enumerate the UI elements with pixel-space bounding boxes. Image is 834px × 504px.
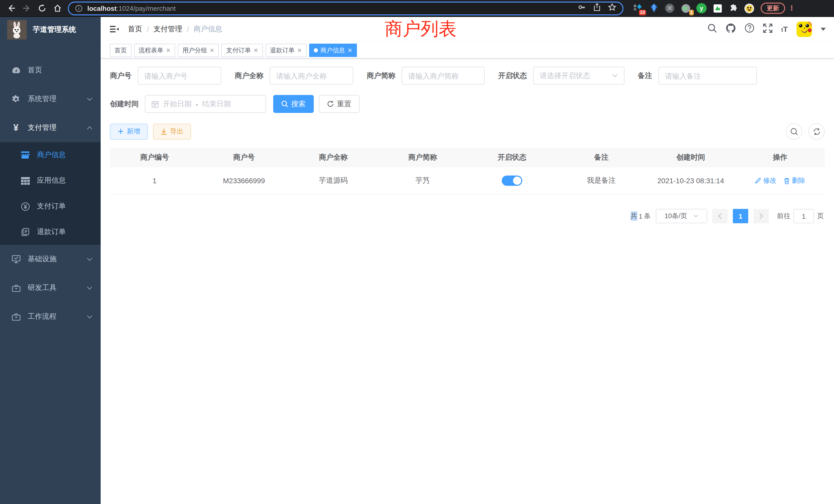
col-header: 商户简称: [378, 153, 467, 162]
browser-back-icon[interactable]: [5, 2, 18, 14]
breadcrumb-separator: /: [147, 25, 149, 33]
browser-forward-icon[interactable]: [21, 2, 33, 14]
table-header-row: 商户编号 商户号 商户全称 商户简称 开启状态 备注 创建时间 操作: [110, 148, 825, 167]
merchant-no-input[interactable]: [138, 67, 221, 85]
tab-user-group[interactable]: 用户分组✕: [178, 44, 219, 57]
browser-toolbar: localhost:1024/pay/merchant 10: [0, 0, 834, 17]
close-icon[interactable]: ✕: [348, 47, 352, 53]
extension-circle-icon[interactable]: 1: [680, 3, 691, 13]
extension-command-icon[interactable]: ⌘: [664, 3, 675, 13]
sidebar-item-pay-order[interactable]: 支付订单: [0, 193, 101, 219]
breadcrumb-home[interactable]: 首页: [128, 24, 142, 33]
extension-y-icon[interactable]: y: [696, 3, 707, 13]
search-icon[interactable]: [708, 23, 717, 35]
sidebar-item-pay[interactable]: ¥ 支付管理: [0, 113, 101, 142]
sidebar-item-infra[interactable]: 基础设施: [0, 245, 101, 274]
status-select[interactable]: 请选择开启状态: [533, 67, 624, 85]
close-icon[interactable]: ✕: [254, 47, 258, 53]
sidebar-item-label: 支付订单: [37, 202, 66, 211]
sidebar-item-label: 商户信息: [37, 151, 66, 160]
col-header: 商户编号: [110, 153, 199, 162]
sidebar-item-system[interactable]: 系统管理: [0, 85, 101, 113]
github-icon[interactable]: [726, 23, 736, 35]
tab-refund-order[interactable]: 退款订单✕: [265, 44, 306, 57]
close-icon[interactable]: ✕: [210, 47, 214, 53]
browser-update-button[interactable]: 更新: [761, 3, 785, 14]
extensions-puzzle-icon[interactable]: [728, 3, 739, 13]
passwords-key-icon[interactable]: [578, 3, 586, 13]
export-button[interactable]: 导出: [153, 123, 191, 139]
bookmark-star-icon[interactable]: [608, 3, 616, 13]
page-size-select[interactable]: 10条/页: [656, 209, 707, 223]
full-name-input[interactable]: [270, 67, 353, 85]
font-size-icon[interactable]: tT: [781, 25, 788, 33]
delete-link[interactable]: 删除: [784, 176, 805, 185]
sidebar-item-refund-order[interactable]: 退款订单: [0, 219, 101, 245]
breadcrumb: 首页 / 支付管理 / 商户信息: [128, 24, 222, 33]
sidebar-fold-icon[interactable]: [110, 25, 118, 32]
pagination: 共1条 10条/页 1: [110, 209, 825, 223]
sidebar-logo[interactable]: 芋道管理系统: [0, 17, 101, 43]
sidebar-item-merchant-info[interactable]: 商户信息: [0, 142, 101, 168]
goto-page-input[interactable]: [793, 209, 814, 223]
filter-row-2: 创建时间 开始日期 - 结束日期 搜索: [110, 95, 825, 113]
search-button[interactable]: 搜索: [273, 95, 314, 113]
fullscreen-icon[interactable]: [763, 23, 772, 35]
page-info-icon[interactable]: [75, 4, 83, 12]
monitor-check-icon: [11, 255, 21, 263]
profile-avatar-emoji[interactable]: [744, 3, 754, 13]
edit-pen-icon: [755, 178, 761, 184]
share-icon[interactable]: [593, 3, 601, 13]
status-toggle[interactable]: [502, 176, 522, 186]
reset-button[interactable]: 重置: [319, 95, 359, 113]
create-time-range-picker[interactable]: 开始日期 - 结束日期: [145, 95, 266, 113]
url-text[interactable]: localhost:1024/pay/merchant: [87, 4, 176, 12]
sidebar-item-app-info[interactable]: 应用信息: [0, 168, 101, 193]
sidebar-item-home[interactable]: 首页: [0, 56, 101, 85]
short-name-input[interactable]: [401, 67, 485, 85]
tab-home[interactable]: 首页: [110, 44, 131, 57]
extension-gem-icon[interactable]: [649, 3, 659, 13]
goto-suffix: 页: [817, 211, 824, 221]
close-icon[interactable]: ✕: [297, 47, 302, 53]
actions-row: 新增 导出: [110, 123, 825, 140]
tab-merchant-info[interactable]: 商户信息✕: [309, 44, 357, 57]
create-time-label: 创建时间: [110, 99, 139, 109]
grid-table-icon: [21, 177, 30, 184]
tabs-bar: 首页 流程表单✕ 用户分组✕ 支付订单✕ 退款订单✕ 商户信息✕: [101, 41, 834, 59]
full-name-label: 商户全称: [235, 71, 263, 80]
sidebar-item-dev-tools[interactable]: 研发工具: [0, 274, 101, 302]
url-host: localhost: [87, 4, 116, 12]
extension-grid-icon[interactable]: 10: [633, 3, 643, 13]
merchant-table: 商户编号 商户号 商户全称 商户简称 开启状态 备注 创建时间 操作 1 M23…: [110, 148, 825, 194]
next-page-button[interactable]: [753, 209, 769, 223]
sidebar-menu: 首页 系统管理 ¥ 支付管理: [0, 56, 101, 331]
edit-link[interactable]: 修改: [755, 176, 776, 185]
cell-actions: 修改 删除: [736, 176, 825, 185]
page-number-button[interactable]: 1: [733, 209, 748, 223]
browser-menu-icon[interactable]: ⋮: [788, 6, 795, 11]
help-icon[interactable]: [745, 23, 754, 35]
add-button[interactable]: 新增: [110, 123, 148, 139]
prev-page-button[interactable]: [712, 209, 728, 223]
address-bar[interactable]: localhost:1024/pay/merchant: [68, 1, 623, 15]
close-icon[interactable]: ✕: [166, 47, 171, 53]
browser-home-icon[interactable]: [51, 2, 64, 14]
col-header: 操作: [736, 153, 825, 162]
refresh-table-button[interactable]: [808, 123, 825, 140]
chevron-left-icon: [718, 213, 722, 219]
show-search-toggle-button[interactable]: [786, 123, 802, 140]
tab-process-form[interactable]: 流程表单✕: [134, 44, 175, 57]
chevron-down-icon: [87, 315, 92, 318]
extension-notes-icon[interactable]: [712, 3, 723, 13]
breadcrumb-pay[interactable]: 支付管理: [154, 24, 182, 33]
browser-reload-icon[interactable]: [36, 2, 48, 14]
chevron-down-icon: [87, 257, 92, 261]
download-icon: [161, 128, 167, 135]
cell-merchant-id: 1: [110, 177, 199, 185]
user-avatar[interactable]: [796, 21, 812, 37]
avatar-caret-icon[interactable]: [821, 27, 826, 30]
remark-input[interactable]: [658, 67, 757, 85]
sidebar-item-workflow[interactable]: 工作流程: [0, 302, 101, 331]
tab-pay-order[interactable]: 支付订单✕: [222, 44, 263, 57]
